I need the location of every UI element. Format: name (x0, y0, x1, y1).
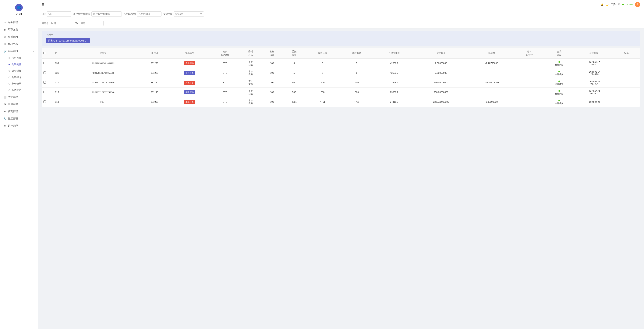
symbol-input[interactable] (137, 11, 162, 17)
moon-icon[interactable]: 🌙 (606, 3, 608, 6)
row-trade-type: 卖出平多 (170, 78, 210, 88)
type-filter: 交易类型 Choose 买入开多 卖出平多 买入平空 卖出开空 (163, 11, 204, 17)
bell-icon[interactable]: 🔔 (601, 3, 604, 6)
row-pnl (468, 68, 516, 78)
bitcoin-icon: ₿ (4, 36, 6, 38)
sidebar-item-contract-order[interactable]: 合约委托 (7, 61, 38, 68)
th-leverage: 杠杆倍数 (262, 48, 283, 59)
th-user-id: 用户Id (140, 48, 170, 59)
uid-label: UID (42, 13, 46, 15)
sidebar-item-spot[interactable]: ₿ 交割合约 ‹ (0, 33, 38, 40)
filter-bar-row1: UID 用户名/手机/邮箱 合约Symbol 交易类型 Choose 买入开多 … (38, 9, 644, 19)
chevron-right-icon: ‹ (34, 22, 34, 24)
chevron-right-icon: ‹ (34, 29, 34, 31)
risk-icon: ≡ (4, 125, 6, 127)
sidebar-item-coin-trade[interactable]: B 币币交易 ‹ (0, 26, 38, 33)
sidebar-item-risk[interactable]: ≡ 风控管理 ‹ (0, 122, 38, 129)
symbol-label: 合约Symbol (124, 13, 136, 16)
sidebar-item-options[interactable]: ₿ 期权交易 ‹ (0, 40, 38, 48)
th-checkbox (42, 48, 47, 59)
row-leverage: 100 (262, 88, 283, 97)
th-settlement: 结算盈亏 ▽ (516, 48, 543, 59)
sidebar-item-config[interactable]: 🔧 配置管理 ‹ (0, 115, 38, 122)
user-input[interactable] (92, 11, 122, 17)
row-fee: 250.00000000 (414, 78, 468, 88)
row-user-id: 881228 (140, 59, 170, 68)
row-delegate-price: 500 (283, 88, 306, 97)
trade-type-badge: 卖出平多 (184, 61, 195, 65)
time-start-input[interactable] (50, 21, 74, 26)
row-trade-type: 卖出平多 (170, 97, 210, 107)
row-created-time: 2023-02-2402:33:36 (575, 78, 614, 88)
th-fee: 成交均价 (414, 48, 468, 59)
select-all-checkbox[interactable] (43, 52, 46, 54)
row-pnl (468, 88, 516, 97)
row-id: 131 (47, 68, 67, 78)
row-delegate-price: 5 (283, 59, 306, 68)
row-delegate-method: 市价交易 (240, 88, 262, 97)
status-dot (558, 71, 560, 72)
row-settlement (516, 78, 543, 88)
type-label: 交易类型 (163, 13, 172, 16)
row-delegate-amount: 5 (306, 68, 340, 78)
homepage-icon: ≡ (4, 110, 6, 113)
sort-asc-icon: ↑ (58, 52, 59, 54)
row-action (614, 97, 640, 107)
row-avg-price: 42683.7 (374, 68, 414, 78)
purchase-icon: ⚙ (4, 103, 6, 106)
row-checkbox-cell (42, 88, 47, 97)
type-select[interactable]: Choose 买入开多 卖出平多 买入平空 卖出开空 (174, 11, 204, 17)
row-checkbox[interactable] (43, 100, 46, 103)
row-settlement (516, 68, 543, 78)
sidebar-item-perpetual[interactable]: 🔗 永续合约 ∨ (0, 48, 38, 55)
sidebar-item-purchase[interactable]: ⚙ 申购管理 ‹ (0, 101, 38, 108)
sort-asc-icon: ↑ (599, 52, 600, 54)
table-row: 113 PCB··· 881098 卖出平多 BTC 市价交易 100 4761… (42, 97, 640, 107)
coin-icon: B (4, 28, 6, 31)
uid-input[interactable] (47, 11, 71, 17)
sidebar-item-finance[interactable]: $ 财务管理 ‹ (0, 19, 38, 26)
row-delegate-method: 市价交易 (240, 68, 262, 78)
row-status: 全部成交 (543, 88, 575, 97)
row-delegate-method: 市价交易 (240, 97, 262, 107)
row-avg-price: 23848.1 (374, 78, 414, 88)
th-delegate-method: 委托方式 (240, 48, 262, 59)
row-pnl: 0.00000000 (468, 97, 516, 107)
row-checkbox[interactable] (43, 62, 46, 64)
options-icon: ₿ (4, 43, 6, 46)
dot-icon (8, 77, 10, 78)
row-id: 115 (47, 88, 67, 97)
sidebar-item-homepage[interactable]: ≡ 首页管理 ‹ (0, 108, 38, 115)
row-pnl: -44.02479000 (468, 78, 516, 88)
sidebar-item-article[interactable]: ⬜ 文章管理 ‹ (0, 93, 38, 101)
row-action (614, 59, 640, 68)
row-checkbox[interactable] (43, 91, 46, 93)
row-checkbox-cell (42, 78, 47, 88)
sidebar-item-trade-detail[interactable]: 成交明细 (7, 68, 38, 74)
row-settlement (516, 59, 543, 68)
th-id: ID ↑ (47, 48, 67, 59)
chevron-right-icon: ‹ (34, 111, 34, 113)
sidebar-item-liquidation[interactable]: 穿仓记录 (7, 81, 38, 87)
th-delegate-amount: 委托价格 (306, 48, 340, 59)
row-filled-amount: 500 (340, 78, 374, 88)
row-avg-price: 42659.9 (374, 59, 414, 68)
sidebar-item-contract-account[interactable]: 合约账户 (7, 87, 38, 93)
row-delegate-amount: 500 (306, 78, 340, 88)
dot-icon (8, 57, 10, 59)
row-checkbox[interactable] (43, 72, 46, 74)
sidebar-item-contract-list[interactable]: 合约列表 (7, 55, 38, 61)
th-order-no: 订单号 (67, 48, 140, 59)
sidebar-nav: $ 财务管理 ‹ B 币币交易 ‹ ₿ 交割合约 ‹ ₿ 期权交易 ‹ 🔗 永续… (0, 19, 38, 329)
status-text: 全部成交 (555, 93, 563, 95)
time-end-input[interactable] (79, 21, 104, 26)
stats-total-value: 总盈亏：-12427168.90523000USDT (46, 38, 90, 43)
topbar-left: ☰ (42, 3, 44, 6)
status-text: 全部成交 (555, 102, 563, 104)
sidebar-item-contract-position[interactable]: 合约持仓 (7, 74, 38, 81)
hamburger-button[interactable]: ☰ (42, 3, 44, 6)
row-symbol: BTC (210, 59, 240, 68)
row-leverage: 100 (262, 97, 283, 107)
chevron-down-icon: ∨ (33, 50, 34, 52)
row-checkbox[interactable] (43, 81, 46, 84)
